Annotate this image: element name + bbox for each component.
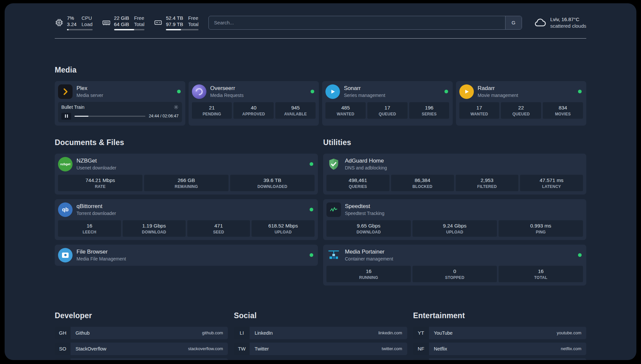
bookmark-reddit[interactable]: RE Reddit reddit.com	[413, 358, 586, 360]
bookmark-name: LinkedIn	[250, 327, 378, 339]
stat-tile: 196 SERIES	[409, 102, 449, 119]
service-name: Media Portainer	[345, 249, 393, 255]
bookmark-linkedin[interactable]: LI LinkedIn linkedin.com	[234, 327, 407, 339]
search-bar: G	[208, 16, 522, 30]
stat-tile: 0.993 ms PING	[499, 220, 583, 237]
bookmark-name: YouTube	[429, 327, 557, 339]
bookmark-abbr: YT	[413, 327, 429, 339]
pause-bar	[67, 114, 68, 118]
bookmark-twitter[interactable]: TW Twitter twitter.com	[234, 343, 407, 355]
stat-tile: 744.21 Mbps RATE	[58, 175, 142, 191]
stat-label: BLOCKED	[392, 184, 453, 189]
bookmark-abbr: GH	[55, 327, 71, 339]
playback-progress-track[interactable]	[75, 116, 145, 117]
bookmark-abbr: LI	[234, 327, 250, 339]
filebrowser-texts: File Browser Media File Management	[76, 249, 126, 261]
service-card-speedtest[interactable]: Speedtest Speedtest Tracking 9.65 Gbps D…	[323, 199, 586, 240]
cpu-progress-fill	[67, 29, 69, 30]
stat-value: 945	[277, 105, 314, 111]
stat-label: LEECH	[59, 230, 120, 234]
service-card-radarr[interactable]: Radarr Movie management 17 WANTED 22 QUE…	[456, 81, 587, 126]
pause-button[interactable]	[61, 113, 71, 120]
stat-tile: 16 LEECH	[58, 220, 121, 237]
cpu-usage-value: 7%	[67, 15, 76, 21]
radarr-icon	[459, 84, 474, 99]
stat-tile: 498,461 QUERIES	[326, 175, 389, 191]
plex-icon	[58, 84, 73, 99]
ram-free-label: Free	[134, 15, 144, 21]
cpu-usage-label: CPU	[81, 15, 92, 21]
stat-tile: 39.6 TB DOWNLOADED	[230, 175, 315, 191]
disk-total-value: 97.9 TB	[166, 21, 183, 28]
service-card-portainer[interactable]: Media Portainer Container management 16 …	[323, 245, 586, 286]
stat-label: QUEUED	[369, 112, 406, 116]
stat-value: 834	[544, 105, 582, 111]
bookmark-domain: linkedin.com	[378, 327, 407, 339]
qbittorrent-header: qb qBittorrent Torrent downloader	[58, 202, 315, 217]
speedtest-header: Speedtest Speedtest Tracking	[326, 202, 583, 217]
service-card-sonarr[interactable]: Sonarr Series management 485 WANTED 17 Q…	[322, 81, 453, 126]
stat-tile: 86,384 BLOCKED	[391, 175, 454, 191]
stat-value: 618.52 Mbps	[253, 223, 313, 229]
stat-value: 0.993 ms	[500, 223, 582, 229]
stat-label: MOVIES	[544, 112, 582, 116]
status-dot	[177, 90, 181, 93]
stat-value: 266 GB	[145, 177, 227, 183]
status-dot	[444, 90, 448, 93]
service-card-overseerr[interactable]: Overseerr Media Requests 21 PENDING 40 A…	[189, 81, 319, 126]
ram-monitor-body: 22 GiB 64 GiB Free Total	[114, 15, 145, 30]
plex-now-playing-panel: Bullet Train	[58, 102, 182, 122]
bookmark-name: DEV	[71, 358, 212, 360]
stat-value: 1.19 Gbps	[124, 223, 184, 229]
search-input[interactable]	[209, 20, 505, 25]
qbittorrent-icon-text: qb	[62, 207, 69, 213]
bookmark-netflix[interactable]: NF Netflix netflix.com	[413, 343, 586, 355]
bookmark-github[interactable]: GH Github github.com	[55, 327, 228, 339]
stat-value: 2,953	[457, 177, 517, 183]
service-card-filebrowser[interactable]: File Browser Media File Management	[55, 245, 318, 266]
stat-tile: 16 RUNNING	[326, 266, 411, 282]
bookmark-abbr: RE	[413, 358, 429, 360]
service-card-qbittorrent[interactable]: qb qBittorrent Torrent downloader 16 LEE…	[55, 199, 318, 240]
topbar-divider	[55, 38, 586, 39]
gear-icon[interactable]	[173, 105, 179, 110]
stat-label: WANTED	[327, 112, 364, 116]
bookmark-youtube[interactable]: YT YouTube youtube.com	[413, 327, 586, 339]
stat-label: APPROVED	[235, 112, 272, 116]
service-card-plex[interactable]: Plex Media server Bullet Train	[55, 81, 185, 126]
filebrowser-icon-inner	[62, 253, 69, 258]
qbittorrent-stats: 16 LEECH 1.19 Gbps DOWNLOAD 471 SEED	[58, 220, 315, 237]
status-dot	[310, 162, 313, 166]
bookmark-stackoverflow[interactable]: SO StackOverflow stackoverflow.com	[55, 343, 228, 355]
service-name: File Browser	[76, 249, 126, 255]
section-title-utilities: Utilities	[323, 138, 586, 147]
nzbget-icon: nzbget	[58, 157, 73, 171]
stat-tile: 485 WANTED	[325, 102, 366, 119]
bookmark-dev[interactable]: DT DEV dev.to	[55, 358, 228, 360]
section-title-social: Social	[234, 311, 407, 320]
service-card-adguard[interactable]: AdGuard Home DNS and adblocking 498,461 …	[323, 154, 586, 195]
stat-value: 485	[327, 105, 364, 111]
status-dot	[310, 208, 313, 211]
sonarr-texts: Sonarr Series management	[344, 85, 385, 98]
stat-value: 744.21 Mbps	[59, 177, 141, 183]
speedtest-texts: Speedtest Speedtest Tracking	[345, 203, 384, 216]
weather-text: Lviv, 16.87°C scattered clouds	[550, 16, 586, 30]
section-title-entertainment: Entertainment	[413, 311, 586, 320]
disk-progress-fill	[166, 29, 181, 30]
search-provider-button[interactable]: G	[505, 16, 522, 29]
bookmark-name: Reddit	[429, 358, 562, 360]
stat-tile: 17 QUEUED	[367, 102, 408, 119]
stat-label: STOPPED	[414, 275, 496, 280]
stat-tile: 945 AVAILABLE	[275, 102, 316, 119]
filebrowser-header: File Browser Media File Management	[58, 248, 315, 262]
bookmark-abbr: DT	[55, 358, 71, 360]
stat-label: QUEUED	[502, 112, 540, 116]
nzbget-header: nzbget NZBGet Usenet downloader	[58, 157, 315, 171]
adguard-shield-icon	[326, 157, 341, 171]
plex-texts: Plex Media server	[76, 85, 103, 98]
service-card-nzbget[interactable]: nzbget NZBGet Usenet downloader 744.21 M…	[55, 154, 318, 195]
service-subtitle: Series management	[344, 93, 385, 98]
cpu-progress-track	[67, 29, 93, 30]
stat-tile: 16 TOTAL	[499, 266, 583, 282]
